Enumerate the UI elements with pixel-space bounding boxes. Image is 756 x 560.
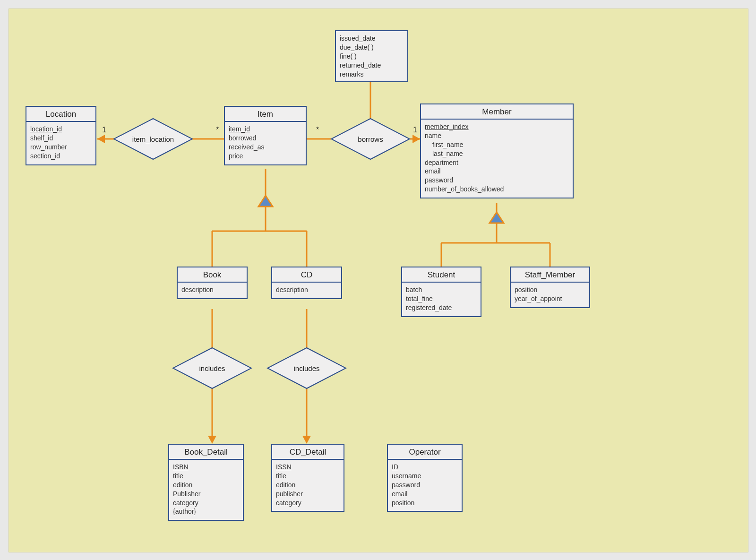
entity-student: Student batch total_fine registered_date xyxy=(401,267,481,317)
relationship-includes-cd: includes xyxy=(266,347,347,389)
attr: edition xyxy=(276,481,295,489)
attr: section_id xyxy=(30,152,60,160)
attr: fine( ) xyxy=(340,52,357,60)
attr: item_id xyxy=(229,125,250,133)
svg-marker-25 xyxy=(114,119,192,159)
entity-title: Book xyxy=(178,267,247,283)
attr: number_of_books_allowed xyxy=(425,185,504,193)
entity-title: Item xyxy=(225,107,306,122)
svg-marker-21 xyxy=(208,436,216,444)
attr: position xyxy=(392,499,414,507)
attr: category xyxy=(173,499,198,507)
svg-marker-24 xyxy=(302,436,311,444)
entity-staff-member: Staff_Member position year_of_appoint xyxy=(510,267,590,308)
entity-title: Student xyxy=(402,267,481,283)
attr: email xyxy=(425,167,440,175)
attr: price xyxy=(229,152,243,160)
attr: batch xyxy=(406,286,422,293)
attr: publisher xyxy=(276,490,303,498)
svg-marker-27 xyxy=(173,348,251,388)
attr: member_index xyxy=(425,123,469,130)
card-label: * xyxy=(216,126,219,134)
entity-location: Location location_id shelf_id row_number… xyxy=(26,106,96,165)
attr: location_id xyxy=(30,125,62,133)
entity-operator: Operator ID username password email posi… xyxy=(387,444,463,512)
attr: returned_date xyxy=(340,61,381,69)
entity-title: CD_Detail xyxy=(272,445,344,460)
attr: position xyxy=(515,286,537,293)
attr: received_as xyxy=(229,143,265,151)
attr: total_fine xyxy=(406,295,433,302)
svg-marker-7 xyxy=(258,196,273,207)
attr: department xyxy=(425,159,458,166)
entity-title: Book_Detail xyxy=(169,445,243,460)
entity-title: Location xyxy=(26,107,95,122)
relationship-includes-book: includes xyxy=(172,347,252,389)
entity-title: Operator xyxy=(388,445,462,460)
card-label: * xyxy=(316,126,319,134)
attr: ID xyxy=(392,463,398,471)
svg-marker-5 xyxy=(412,135,420,143)
svg-marker-28 xyxy=(267,348,346,388)
attr: edition xyxy=(173,481,192,489)
er-diagram-canvas: issued_date due_date( ) fine( ) returned… xyxy=(9,9,748,552)
attr: category xyxy=(276,499,301,507)
entity-book-detail: Book_Detail ISBN title edition Publisher… xyxy=(168,444,244,521)
attr: title xyxy=(173,472,183,480)
attr: shelf_id xyxy=(30,134,53,142)
svg-marker-1 xyxy=(97,135,105,143)
svg-marker-13 xyxy=(490,212,504,223)
attr: ISSN xyxy=(276,463,292,471)
attr: password xyxy=(392,481,420,489)
attr: description xyxy=(181,286,214,293)
entity-member: Member member_index name first_name last… xyxy=(420,103,574,198)
attr: description xyxy=(276,286,308,293)
attr: ISBN xyxy=(173,463,189,471)
connector-layer xyxy=(9,9,748,552)
card-label: 1 xyxy=(102,126,106,134)
attr: row_number xyxy=(30,143,67,151)
attr: due_date( ) xyxy=(340,43,374,51)
attr: issued_date xyxy=(340,34,376,42)
entity-cd: CD description xyxy=(271,267,342,299)
attr: Publisher xyxy=(173,490,200,498)
card-label: 1 xyxy=(413,126,417,134)
attr: password xyxy=(425,176,453,184)
attr: remarks xyxy=(340,70,364,78)
relationship-borrows: borrows xyxy=(330,118,411,160)
attr: username xyxy=(392,472,421,480)
entity-book: Book description xyxy=(177,267,248,299)
svg-marker-26 xyxy=(331,119,410,159)
entity-title: Member xyxy=(421,104,573,120)
attr: borrowed xyxy=(229,134,256,142)
attr: name xyxy=(425,132,441,139)
entity-cd-detail: CD_Detail ISSN title edition publisher c… xyxy=(271,444,344,512)
attr: year_of_appoint xyxy=(515,295,562,302)
attr: last_name xyxy=(425,149,569,158)
attr: registered_date xyxy=(406,304,452,311)
attr: first_name xyxy=(425,140,569,149)
entity-title: Staff_Member xyxy=(511,267,589,283)
entity-item: Item item_id borrowed received_as price xyxy=(224,106,307,165)
attr: email xyxy=(392,490,407,498)
attr: {author} xyxy=(173,508,196,515)
attr: title xyxy=(276,472,286,480)
borrows-attributes-box: issued_date due_date( ) fine( ) returned… xyxy=(335,30,408,82)
entity-title: CD xyxy=(272,267,341,283)
relationship-item-location: item_location xyxy=(113,118,193,160)
